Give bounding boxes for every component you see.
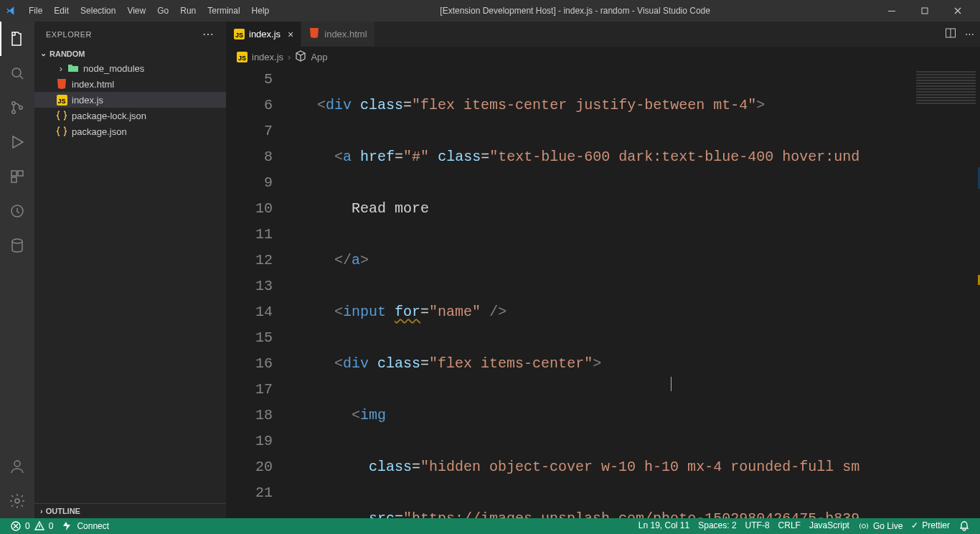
status-spaces[interactable]: Spaces: 2 — [694, 520, 740, 530]
status-cursor-position[interactable]: Ln 19, Col 11 — [634, 520, 694, 530]
maximize-button[interactable] — [908, 0, 941, 22]
symbol-icon — [295, 50, 306, 64]
editor-area: JS index.js × index.html ⋯ JS index.js — [227, 22, 980, 518]
file-label: index.js — [72, 95, 103, 106]
titlebar: File Edit Selection View Go Run Terminal… — [0, 0, 980, 22]
folder-icon — [67, 62, 79, 74]
menu-bar: File Edit Selection View Go Run Terminal… — [23, 0, 275, 22]
project-header[interactable]: ⌄ RANDOM — [34, 47, 226, 60]
menu-view[interactable]: View — [121, 0, 151, 22]
code-content[interactable]: <div class="flex items-center justify-be… — [291, 67, 980, 518]
svg-point-3 — [12, 102, 15, 105]
activity-database[interactable] — [0, 228, 34, 263]
js-file-icon: JS — [237, 52, 248, 62]
activity-accounts[interactable] — [0, 449, 34, 484]
activity-run-debug[interactable] — [0, 125, 34, 159]
file-index-html[interactable]: index.html — [34, 76, 226, 92]
explorer-more-icon[interactable]: ⋯ — [202, 27, 215, 41]
svg-rect-7 — [18, 171, 23, 176]
status-notifications[interactable] — [954, 520, 974, 532]
svg-point-2 — [12, 68, 21, 77]
file-label: index.html — [72, 79, 114, 90]
status-go-live[interactable]: Go Live — [854, 520, 907, 532]
json-file-icon — [56, 126, 67, 137]
file-package-lock[interactable]: package-lock.json — [34, 108, 226, 123]
status-errors[interactable]: 0 0 — [6, 518, 57, 534]
file-tree: › node_modules index.html JS index.js — [34, 60, 226, 503]
menu-go[interactable]: Go — [151, 0, 174, 22]
svg-point-4 — [12, 111, 15, 113]
js-file-icon: JS — [56, 95, 67, 106]
activity-explorer[interactable] — [0, 22, 34, 56]
html-file-icon — [56, 78, 67, 90]
svg-point-17 — [862, 525, 865, 528]
menu-edit[interactable]: Edit — [48, 0, 75, 22]
explorer-sidebar: EXPLORER ⋯ ⌄ RANDOM › node_modules index… — [34, 22, 227, 518]
file-package-json[interactable]: package.json — [34, 123, 226, 139]
svg-rect-0 — [888, 11, 895, 11]
chevron-right-icon: › — [288, 52, 291, 62]
status-language[interactable]: JavaScript — [805, 520, 854, 530]
window-title: [Extension Development Host] - index.js … — [275, 6, 875, 16]
split-editor-icon[interactable] — [945, 27, 956, 41]
minimize-button[interactable] — [875, 0, 908, 22]
svg-point-12 — [15, 499, 19, 503]
menu-run[interactable]: Run — [174, 0, 202, 22]
svg-rect-1 — [922, 8, 928, 14]
menu-selection[interactable]: Selection — [75, 0, 121, 22]
more-actions-icon[interactable]: ⋯ — [965, 29, 974, 39]
window-controls — [875, 0, 974, 22]
file-label: package.json — [72, 126, 127, 137]
activity-extensions[interactable] — [0, 159, 34, 194]
tab-label: index.js — [249, 29, 281, 39]
menu-terminal[interactable]: Terminal — [202, 0, 245, 22]
file-label: package-lock.json — [72, 111, 146, 121]
activity-bar — [0, 22, 34, 518]
tab-index-html[interactable]: index.html — [301, 22, 374, 47]
tab-index-js[interactable]: JS index.js × — [227, 22, 301, 47]
breadcrumb-symbol: App — [311, 52, 327, 62]
menu-help[interactable]: Help — [246, 0, 275, 22]
text-cursor-icon — [671, 377, 672, 391]
close-button[interactable] — [941, 0, 974, 22]
minimap[interactable] — [912, 67, 980, 518]
breadcrumb[interactable]: JS index.js › App — [227, 47, 980, 67]
svg-point-11 — [14, 461, 20, 467]
editor-tabs: JS index.js × index.html ⋯ — [227, 22, 980, 47]
svg-point-10 — [12, 239, 22, 243]
status-connect[interactable]: Connect — [57, 518, 113, 534]
js-file-icon: JS — [234, 29, 245, 39]
file-label: node_modules — [83, 63, 144, 74]
outline-label: OUTLINE — [46, 507, 80, 515]
project-name: RANDOM — [50, 50, 85, 58]
svg-rect-8 — [11, 177, 17, 182]
vscode-logo-icon — [6, 5, 17, 17]
file-index-js[interactable]: JS index.js — [34, 92, 226, 108]
chevron-right-icon: › — [40, 507, 43, 515]
status-encoding[interactable]: UTF-8 — [741, 520, 774, 530]
close-icon[interactable]: × — [288, 29, 293, 40]
explorer-header: EXPLORER ⋯ — [34, 22, 226, 47]
breadcrumb-file: index.js — [252, 52, 283, 62]
html-file-icon — [308, 27, 320, 41]
status-prettier[interactable]: ✓ Prettier — [907, 520, 954, 530]
activity-timeline[interactable] — [0, 194, 34, 228]
chevron-down-icon: ⌄ — [40, 49, 47, 58]
json-file-icon — [56, 110, 67, 121]
menu-file[interactable]: File — [23, 0, 48, 22]
line-gutter: 5 6 7 8 9 10 11 12 13 14 15 16 17 18 19 … — [227, 67, 291, 518]
chevron-right-icon: › — [56, 63, 66, 74]
svg-rect-6 — [11, 171, 17, 176]
status-eol[interactable]: CRLF — [774, 520, 805, 530]
svg-point-5 — [19, 106, 22, 109]
outline-header[interactable]: › OUTLINE — [34, 503, 226, 518]
check-icon: ✓ — [911, 520, 918, 530]
folder-node-modules[interactable]: › node_modules — [34, 60, 226, 76]
code-editor[interactable]: 5 6 7 8 9 10 11 12 13 14 15 16 17 18 19 … — [227, 67, 980, 518]
activity-settings[interactable] — [0, 484, 34, 518]
activity-source-control[interactable] — [0, 90, 34, 125]
status-bar: 0 0 Connect Ln 19, Col 11 Spaces: 2 UTF-… — [0, 518, 980, 534]
activity-search[interactable] — [0, 56, 34, 90]
tab-label: index.html — [324, 29, 367, 39]
explorer-title: EXPLORER — [46, 30, 92, 39]
